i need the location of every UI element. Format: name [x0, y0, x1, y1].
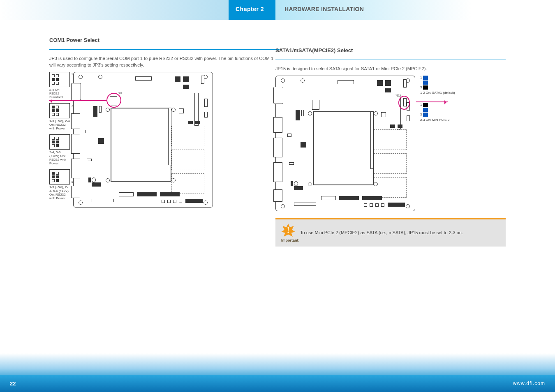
jp3-label: JP3	[118, 92, 122, 95]
jumper-option-1-label: 2-4 On: RS232 Standard	[49, 88, 70, 99]
page-footer: 22 www.dfi.com	[0, 353, 555, 392]
heading-underline	[49, 49, 280, 50]
important-label: Important:	[281, 238, 300, 242]
jumper-option-3-label: 2-4, 5-6 (+12V) On: RS232 with Power	[49, 150, 70, 165]
right-diagram-group: JP15 1 1 3 1-2 On: SATA1 (default) 1 1 3…	[275, 76, 506, 211]
important-badge-wrap: Important:	[281, 224, 300, 242]
important-text: To use Mini PCIe 2 (MPCIE2) as SATA (i.e…	[300, 230, 463, 236]
page-title: HARDWARE INSTALLATION	[284, 6, 364, 12]
chapter-label: Chapter 2	[236, 6, 264, 12]
footer-bar: 22 www.dfi.com	[0, 375, 555, 392]
jumper-option-2: 2 6 1-3 (+5V), 2-4 On: RS232 with Power	[49, 103, 70, 130]
right-motherboard-diagram: JP15	[275, 76, 415, 211]
jumper-option-4: 2 6 1-3 (+5V), 2-4, 5-6 (+12V) On: RS232…	[49, 169, 70, 200]
footer-fade	[0, 353, 555, 375]
right-description: JP15 is designed to select SATA signal f…	[275, 66, 506, 72]
jumper-option-2-label: 1-3 (+5V), 2-4 On: RS232 with Power	[49, 119, 70, 130]
right-opt-1-label: 1-2 On: SATA1 (default)	[420, 91, 455, 95]
heading-underline-right	[275, 60, 506, 60]
jp15-label: JP15	[395, 94, 401, 97]
jumper-option-1: 2 6 2-4 On: RS232 Standard	[49, 72, 70, 99]
left-column: COM1 Power Select JP3 is used to configu…	[49, 37, 280, 211]
right-jumper-option-2: 1 1 3 2-3 On: Mini PCIE 2	[420, 103, 455, 122]
left-jumper-options: 2 6 2-4 On: RS232 Standard 2 6 1-3 (+5V)…	[49, 72, 70, 204]
page-number: 22	[10, 380, 16, 387]
right-opt-2-label: 2-3 On: Mini PCIE 2	[420, 118, 455, 122]
right-jumper-option-1: 1 1 3 1-2 On: SATA1 (default)	[420, 76, 455, 95]
left-diagram-group: 2 6 2-4 On: RS232 Standard 2 6 1-3 (+5V)…	[49, 72, 280, 208]
left-description: JP3 is used to configure the Serial COM …	[49, 55, 280, 69]
footer-brand: www.dfi.com	[513, 380, 545, 386]
header-fade-left	[0, 0, 229, 20]
right-heading: SATA1/mSATA(MPCIE2) Select	[275, 47, 506, 53]
jumper-option-3: 2 6 2-4, 5-6 (+12V) On: RS232 with Power	[49, 134, 70, 165]
important-icon	[281, 224, 295, 238]
jumper-option-4-label: 1-3 (+5V), 2-4, 5-6 (+12V) On: RS232 wit…	[49, 185, 70, 200]
left-heading: COM1 Power Select	[49, 37, 280, 43]
left-motherboard-diagram: JP3	[73, 72, 213, 208]
page-header: Chapter 2 HARDWARE INSTALLATION	[0, 0, 555, 20]
important-note: Important: To use Mini PCIe 2 (MPCIE2) a…	[275, 218, 506, 247]
right-jumper-options: 1 1 3 1-2 On: SATA1 (default) 1 1 3 2-3 …	[420, 76, 455, 130]
right-column: SATA1/mSATA(MPCIE2) Select JP15 is desig…	[275, 47, 506, 247]
